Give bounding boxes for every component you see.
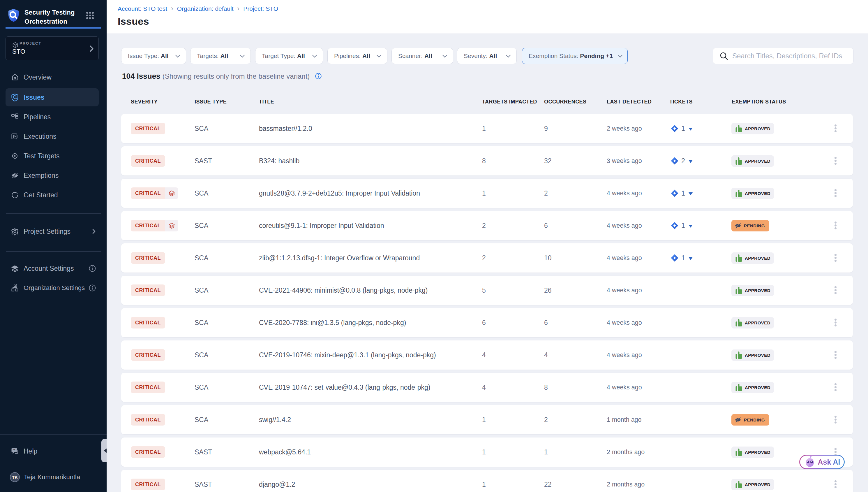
svg-text:?: ? bbox=[13, 448, 15, 452]
